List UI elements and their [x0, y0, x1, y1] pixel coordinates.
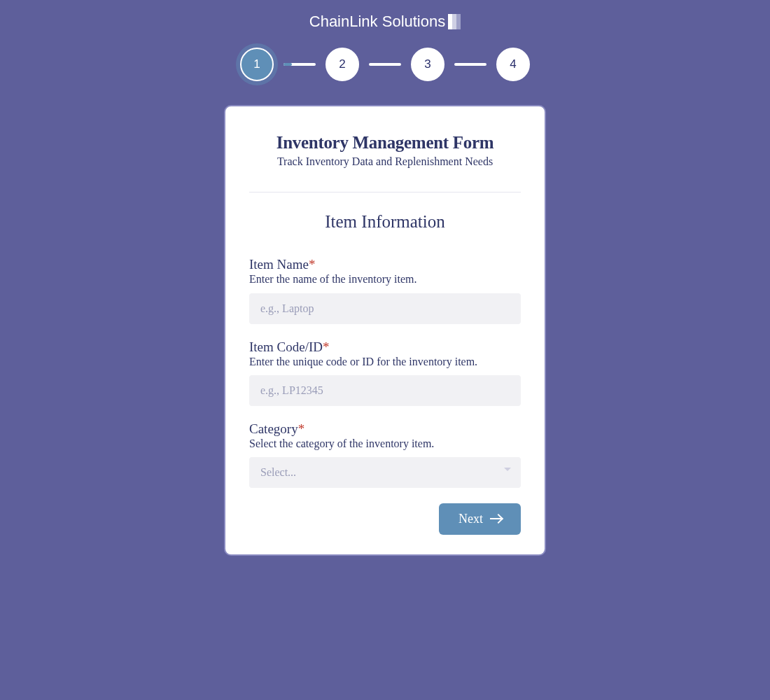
- form-title: Inventory Management Form: [249, 133, 521, 153]
- brand-logo-icon: [448, 14, 461, 29]
- next-button-label: Next: [458, 512, 483, 526]
- required-marker: *: [323, 340, 330, 354]
- field-item-name: Item Name* Enter the name of the invento…: [249, 257, 521, 323]
- brand: ChainLink Solutions: [309, 13, 461, 31]
- step-1[interactable]: 1: [240, 48, 274, 81]
- required-marker: *: [298, 421, 305, 436]
- item-code-input[interactable]: [249, 375, 521, 406]
- section-heading: Item Information: [249, 212, 521, 232]
- category-label: Category*: [249, 421, 521, 437]
- item-code-label: Item Code/ID*: [249, 340, 521, 355]
- brand-name: ChainLink Solutions: [309, 13, 445, 31]
- form-card: Inventory Management Form Track Inventor…: [224, 105, 546, 556]
- category-select[interactable]: Select...: [249, 457, 521, 488]
- item-name-help: Enter the name of the inventory item.: [249, 272, 521, 286]
- field-item-code: Item Code/ID* Enter the unique code or I…: [249, 340, 521, 406]
- stepper: 1 2 3 4: [240, 48, 530, 81]
- step-4[interactable]: 4: [496, 48, 530, 81]
- step-connector-2: [369, 63, 401, 66]
- step-connector-3: [454, 63, 486, 66]
- category-help: Select the category of the inventory ite…: [249, 437, 521, 450]
- form-subtitle: Track Inventory Data and Replenishment N…: [249, 155, 521, 168]
- arrow-right-icon: [490, 518, 501, 519]
- item-code-help: Enter the unique code or ID for the inve…: [249, 355, 521, 368]
- step-3[interactable]: 3: [411, 48, 444, 81]
- required-marker: *: [309, 257, 316, 272]
- form-actions: Next: [249, 503, 521, 535]
- item-name-label: Item Name*: [249, 257, 521, 272]
- step-2[interactable]: 2: [326, 48, 359, 81]
- item-name-input[interactable]: [249, 293, 521, 324]
- divider: [249, 192, 521, 192]
- field-category: Category* Select the category of the inv…: [249, 421, 521, 488]
- next-button[interactable]: Next: [439, 503, 521, 535]
- step-connector-1: [284, 63, 316, 66]
